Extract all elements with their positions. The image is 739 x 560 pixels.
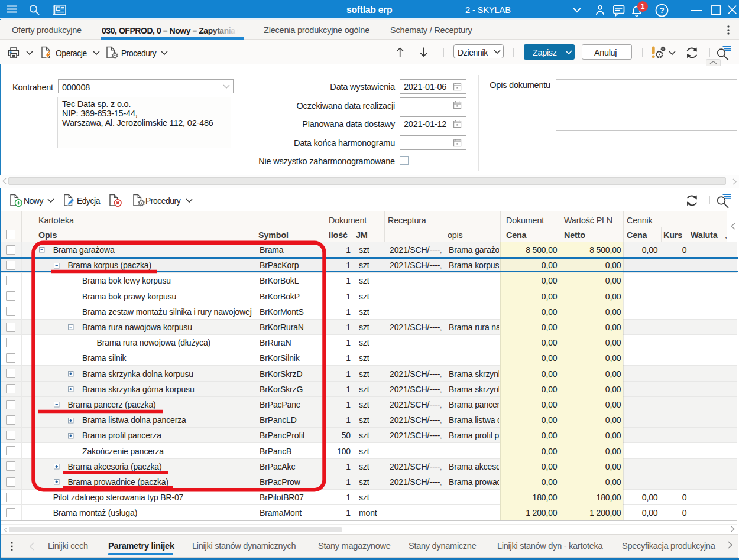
- svg-text:?: ?: [659, 6, 664, 15]
